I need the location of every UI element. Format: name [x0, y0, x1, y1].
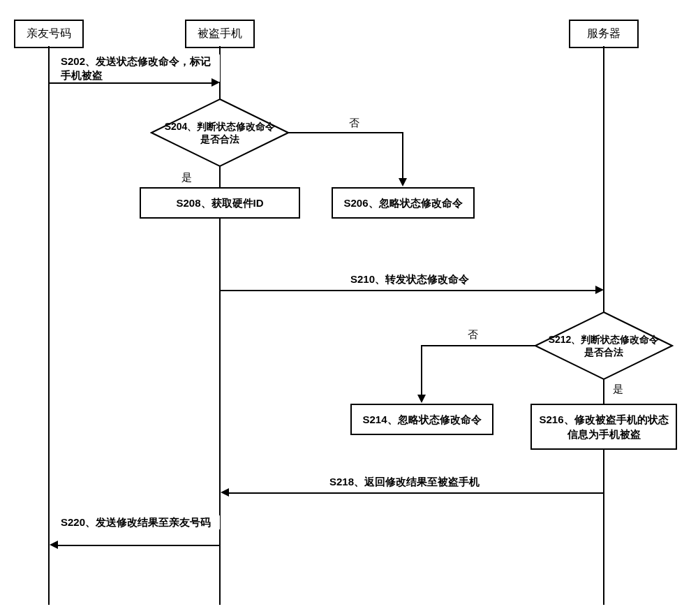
arrow-s204-no-h — [288, 132, 403, 133]
step-s208-text: S208、获取硬件ID — [176, 197, 263, 209]
arrow-s218-head — [221, 488, 229, 497]
arrow-s212-no-h — [421, 345, 535, 346]
step-s216-text: S216、修改被盗手机的状态信息为手机被盗 — [539, 413, 668, 440]
branch-s204-no: 否 — [349, 117, 359, 130]
step-s220-label: S220、发送修改结果至亲友号码 — [59, 515, 220, 529]
step-s206-text: S206、忽略状态修改命令 — [343, 197, 462, 209]
actor-server: 服务器 — [569, 20, 639, 48]
actor-server-label: 服务器 — [587, 27, 621, 39]
step-s202-label: S202、发送状态修改命令，标记手机被盗 — [59, 54, 220, 82]
arrow-s220 — [57, 545, 219, 546]
decision-s204: S204、判断状态修改命令是否合法 — [150, 98, 290, 168]
step-s208: S208、获取硬件ID — [140, 187, 300, 219]
step-s210-label: S210、转发状态修改命令 — [349, 272, 470, 286]
decision-s212-text: S212、判断状态修改命令是否合法 — [548, 333, 660, 358]
arrow-s202 — [50, 82, 211, 84]
step-s206: S206、忽略状态修改命令 — [332, 187, 475, 219]
actor-friend-label: 亲友号码 — [27, 27, 71, 39]
arrow-s204-no-v — [402, 132, 403, 179]
actor-phone-label: 被盗手机 — [198, 27, 242, 39]
step-s214: S214、忽略状态修改命令 — [350, 404, 493, 435]
arrow-s210 — [221, 290, 595, 291]
branch-s212-no: 否 — [468, 328, 478, 342]
decision-s212: S212、判断状态修改命令是否合法 — [534, 311, 674, 381]
actor-phone: 被盗手机 — [185, 20, 255, 48]
step-s218-label: S218、返回修改结果至被盗手机 — [328, 475, 481, 489]
lifeline-friend — [48, 46, 50, 605]
arrow-s204-no-head — [399, 178, 407, 186]
step-s216: S216、修改被盗手机的状态信息为手机被盗 — [530, 404, 677, 450]
branch-s212-yes: 是 — [613, 383, 623, 396]
arrow-s212-no-head — [417, 395, 426, 403]
arrow-s210-head — [595, 286, 604, 294]
decision-s204-text: S204、判断状态修改命令是否合法 — [164, 120, 276, 145]
arrow-s202-head — [211, 78, 220, 87]
branch-s204-yes: 是 — [181, 171, 192, 184]
actor-friend: 亲友号码 — [14, 20, 84, 48]
arrow-s218 — [228, 492, 603, 494]
arrow-s212-no-v — [421, 345, 422, 396]
arrow-s220-head — [50, 541, 58, 549]
step-s214-text: S214、忽略状态修改命令 — [362, 413, 481, 425]
